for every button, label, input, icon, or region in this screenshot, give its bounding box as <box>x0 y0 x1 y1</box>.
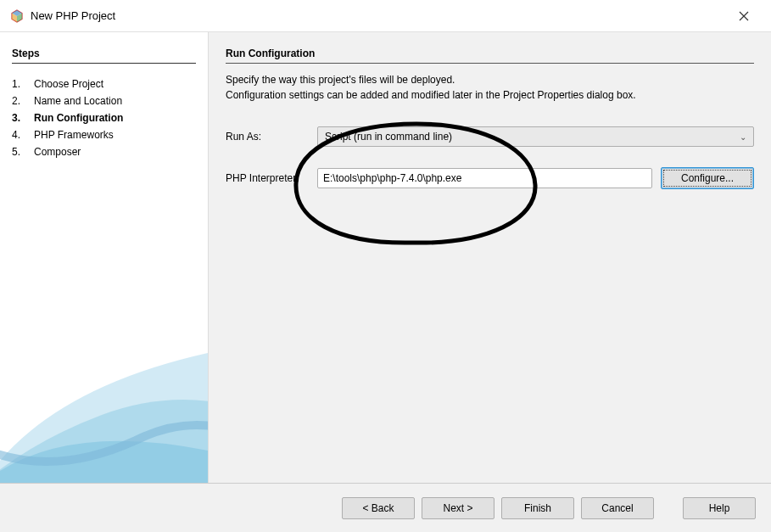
step-num: 1. <box>12 78 34 90</box>
step-label: Choose Project <box>34 78 103 90</box>
interpreter-row: PHP Interpreter: E:\tools\php\php-7.4.0\… <box>226 167 754 189</box>
step-num: 5. <box>12 146 34 158</box>
step-item: 5.Composer <box>12 143 196 160</box>
run-as-label: Run As: <box>226 131 317 143</box>
run-as-value: Script (run in command line) <box>325 131 452 143</box>
step-item-current: 3.Run Configuration <box>12 109 196 126</box>
step-num: 2. <box>12 95 34 107</box>
step-label: PHP Frameworks <box>34 129 114 141</box>
interpreter-value: E:\tools\php\php-7.4.0\php.exe <box>323 172 461 184</box>
help-button[interactable]: Help <box>683 497 756 519</box>
cancel-button[interactable]: Cancel <box>581 497 654 519</box>
step-item: 1.Choose Project <box>12 76 196 92</box>
close-icon <box>739 11 749 21</box>
back-button[interactable]: < Back <box>342 497 415 519</box>
panel-heading: Run Configuration <box>226 48 754 64</box>
sidebar: Steps 1.Choose Project 2.Name and Locati… <box>0 32 208 483</box>
steps-list: 1.Choose Project 2.Name and Location 3.R… <box>12 76 196 160</box>
next-button[interactable]: Next > <box>422 497 494 519</box>
step-label: Composer <box>34 146 81 158</box>
run-as-row: Run As: Script (run in command line) ⌄ <box>226 126 754 147</box>
close-button[interactable] <box>727 3 761 29</box>
run-as-select[interactable]: Script (run in command line) ⌄ <box>317 126 754 147</box>
app-icon <box>10 9 24 23</box>
desc-line-2: Configuration settings can be added and … <box>226 89 754 101</box>
step-label: Run Configuration <box>34 112 123 124</box>
content-panel: Run Configuration Specify the way this p… <box>208 32 771 483</box>
step-item: 4.PHP Frameworks <box>12 126 196 143</box>
decorative-waves-icon <box>0 330 208 483</box>
titlebar: New PHP Project <box>0 0 771 32</box>
configure-button[interactable]: Configure... <box>661 167 754 189</box>
desc-line-1: Specify the way this project's files wil… <box>226 74 754 86</box>
step-item: 2.Name and Location <box>12 92 196 109</box>
finish-button[interactable]: Finish <box>501 497 574 519</box>
step-num: 4. <box>12 129 34 141</box>
interpreter-input[interactable]: E:\tools\php\php-7.4.0\php.exe <box>317 168 652 188</box>
steps-heading: Steps <box>12 48 196 64</box>
chevron-down-icon: ⌄ <box>740 132 746 142</box>
wizard-buttons: < Back Next > Finish Cancel Help <box>0 483 771 532</box>
main-area: Steps 1.Choose Project 2.Name and Locati… <box>0 32 771 483</box>
step-label: Name and Location <box>34 95 122 107</box>
step-num: 3. <box>12 112 34 124</box>
window-title: New PHP Project <box>31 9 727 22</box>
interpreter-label: PHP Interpreter: <box>226 172 317 184</box>
